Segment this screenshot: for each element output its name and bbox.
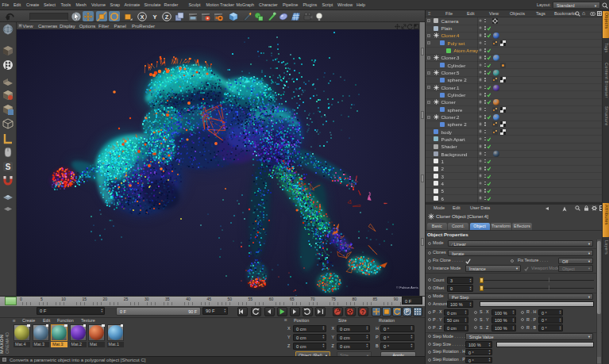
svg-text:© Fabian Aerts: © Fabian Aerts bbox=[396, 285, 418, 289]
svg-text:Y: Y bbox=[152, 13, 156, 20]
svg-text:?: ? bbox=[361, 309, 364, 315]
svg-text:P: P bbox=[406, 309, 410, 315]
svg-text:S: S bbox=[6, 163, 11, 171]
svg-text:X: X bbox=[140, 13, 144, 20]
svg-text:Z: Z bbox=[165, 13, 169, 20]
